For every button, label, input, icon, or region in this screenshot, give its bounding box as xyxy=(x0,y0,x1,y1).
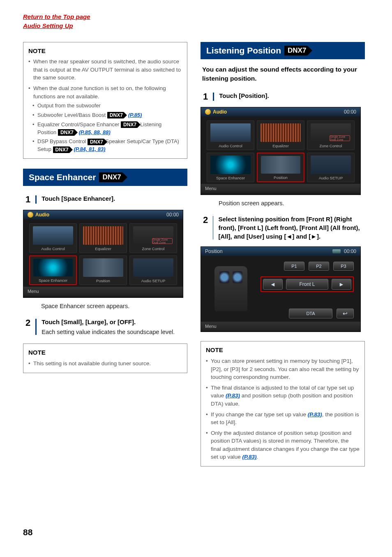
preset-p3-button[interactable]: P3 xyxy=(333,262,354,271)
car-seats-icon xyxy=(214,266,247,311)
step-instruction: Touch [Space Enhancer]. xyxy=(42,195,115,202)
position-value[interactable]: Front L xyxy=(286,279,328,290)
signal-icon xyxy=(332,249,341,253)
note-title: NOTE xyxy=(28,348,182,357)
section-intro: You can adjust the sound effects accordi… xyxy=(201,65,365,84)
dnx7-badge-icon: DNX7 xyxy=(88,139,104,145)
caption: Position screen appears. xyxy=(219,200,365,207)
note-subitem: Subwoofer Level/Bass Boost DNX7 (P.85) xyxy=(32,111,182,119)
zone-control-button[interactable]: Single Zone Dual ZoneZone Control xyxy=(307,121,355,150)
top-link-section[interactable]: Audio Setting Up xyxy=(23,21,369,30)
step-2: 2 Touch [Small], [Large], or [OFF]. Each… xyxy=(25,318,187,336)
note-box-dualzone: NOTE When the rear speaker sound is swit… xyxy=(23,42,187,159)
page-number: 88 xyxy=(23,527,32,537)
note-box-position: NOTE You can store present setting in me… xyxy=(201,341,365,466)
page-ref-link[interactable]: (P.83) xyxy=(242,454,257,460)
dnx7-badge-icon: DNX7 xyxy=(99,172,122,182)
position-screen-screenshot: Position 00:00 P1 P2 P3 ◄ Front L xyxy=(201,246,361,332)
note-subitem: DSP Bypass Control DNX7/Speaker Setup/Ca… xyxy=(32,138,182,153)
equalizer-button[interactable]: Equalizer xyxy=(79,223,127,253)
step-number: 2 xyxy=(25,318,30,336)
note-subitem: Equalizer Control/Space Enhancer DNX7/ L… xyxy=(32,121,182,137)
page-ref-link[interactable]: (P.83) xyxy=(226,392,240,399)
preset-p1-button[interactable]: P1 xyxy=(284,262,304,271)
top-link-return[interactable]: Return to the Top page xyxy=(23,12,369,21)
dta-button[interactable]: DTA xyxy=(289,309,332,318)
audio-menu-screenshot: Audio 00:00 Audio Control Equalizer Sing… xyxy=(201,107,361,195)
note-item: You can store present setting in memory … xyxy=(206,357,360,381)
note-item: This setting is not available during tun… xyxy=(28,360,182,368)
dnx7-badge-icon: DNX7 xyxy=(58,129,74,136)
equalizer-button[interactable]: Equalizer xyxy=(257,121,304,150)
position-button[interactable]: Position xyxy=(257,153,304,182)
note-item: The final distance is adjusted to the to… xyxy=(206,384,360,408)
note-item: When the dual zone function is set to on… xyxy=(28,84,182,100)
space-enhancer-button[interactable]: Space Enhancer xyxy=(207,153,254,182)
note-subitem: Output from the subwoofer xyxy=(32,102,182,110)
dnx7-badge-icon: DNX7 xyxy=(107,112,124,118)
audio-menu-screenshot: Audio 00:00 Audio Control Equalizer Sing… xyxy=(23,210,183,298)
note-item: If you change the car type set up value … xyxy=(206,411,360,427)
step-number: 1 xyxy=(25,194,30,205)
preset-p2-button[interactable]: P2 xyxy=(309,262,329,271)
menu-button[interactable]: Menu xyxy=(201,322,360,331)
step-instruction: Touch [Small], [Large], or [OFF]. xyxy=(42,318,136,325)
page-ref-link[interactable]: (P.85, 88, 88) xyxy=(79,129,111,135)
menu-button[interactable]: Menu xyxy=(23,287,183,296)
clock-label: 00:00 xyxy=(166,212,179,218)
audio-control-button[interactable]: Audio Control xyxy=(29,223,77,253)
note-box-tuner: NOTE This setting is not available durin… xyxy=(23,343,187,373)
screen-title: Audio xyxy=(205,109,227,115)
dnx7-badge-icon: DNX7 xyxy=(284,46,307,56)
position-button[interactable]: Position xyxy=(79,255,127,285)
step-number: 1 xyxy=(203,91,208,102)
step-2: 2 Select listening position from [Front … xyxy=(203,215,365,241)
clock-label: 00:00 xyxy=(344,109,356,115)
section-header-listening-position: Listening Position DNX7 xyxy=(201,42,365,59)
prev-arrow-button[interactable]: ◄ xyxy=(263,279,283,290)
step-instruction: Touch [Position]. xyxy=(219,92,269,99)
dnx7-badge-icon: DNX7 xyxy=(121,121,137,128)
note-title: NOTE xyxy=(206,346,360,355)
caption: Space Enhancer screen appears. xyxy=(41,303,187,309)
step-description: Each setting value indicates the soundsc… xyxy=(42,328,175,336)
screen-title: Audio xyxy=(28,212,49,218)
audio-setup-button[interactable]: Audio SETUP xyxy=(307,153,355,182)
next-arrow-button[interactable]: ► xyxy=(332,279,351,290)
audio-control-button[interactable]: Audio Control xyxy=(207,121,254,150)
step-number: 2 xyxy=(203,215,208,241)
step-1: 1 Touch [Position]. xyxy=(203,91,365,102)
step-instruction: Select listening position from [Front R]… xyxy=(218,216,360,240)
note-item: Only the adjusted distance of position s… xyxy=(206,429,360,461)
audio-setup-button[interactable]: Audio SETUP xyxy=(129,255,177,285)
note-item: When the rear speaker sound is switched,… xyxy=(28,58,182,82)
menu-button[interactable]: Menu xyxy=(201,184,360,193)
screen-title: Position xyxy=(205,248,223,254)
step-1: 1 Touch [Space Enhancer]. xyxy=(25,194,187,205)
position-selector: ◄ Front L ► xyxy=(261,276,354,292)
note-title: NOTE xyxy=(28,46,182,56)
zone-control-button[interactable]: Single Zone Dual ZoneZone Control xyxy=(129,223,177,253)
page-ref-link[interactable]: (P.83) xyxy=(308,411,322,418)
section-header-space-enhancer: Space Enhancer DNX7 xyxy=(23,169,187,186)
dnx7-badge-icon: DNX7 xyxy=(53,146,69,153)
page-ref-link[interactable]: (P.84, 81, 83) xyxy=(74,146,105,152)
back-button[interactable]: ↩ xyxy=(337,309,354,318)
page-ref-link[interactable]: (P.85) xyxy=(128,112,142,118)
space-enhancer-button[interactable]: Space Enhancer xyxy=(29,255,77,285)
clock-label: 00:00 xyxy=(344,248,356,254)
